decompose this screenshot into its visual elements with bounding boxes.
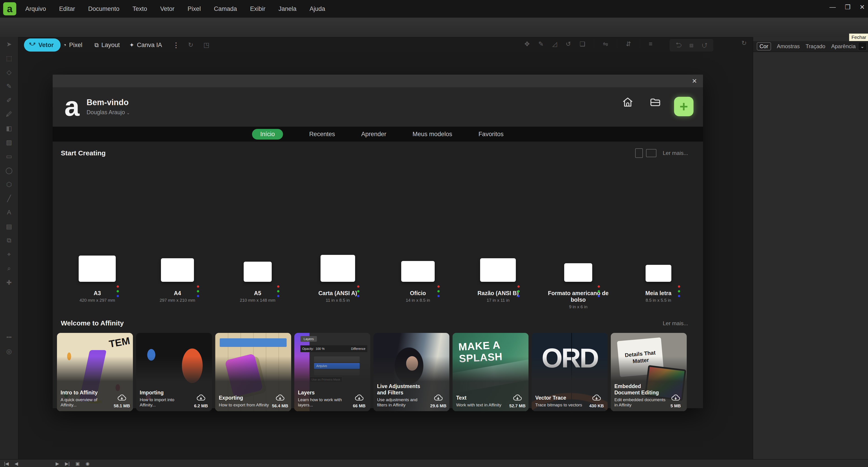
tab-tracado[interactable]: Traçado [806, 43, 825, 50]
first-page-icon[interactable]: |◀ [4, 461, 9, 466]
dialog-title: Bem-vindo [87, 98, 129, 107]
sync-icon[interactable]: ↻ [188, 41, 193, 49]
flip-vertical-icon[interactable]: ⇵ [626, 40, 631, 48]
fill-tool-icon[interactable]: ◧ [0, 121, 18, 135]
persona-canva-ia-button[interactable]: ✦ Canva IA [127, 38, 164, 52]
ellipse-tool-icon[interactable]: ◯ [0, 163, 18, 177]
pen-tool-icon[interactable]: ✎ [0, 79, 18, 93]
line-tool-icon[interactable]: ╱ [0, 191, 18, 205]
menu-pixel[interactable]: Pixel [188, 5, 201, 12]
transparency-tool-icon[interactable]: ▨ [0, 135, 18, 149]
tutorials-more-link[interactable]: Ler mais... [663, 320, 688, 326]
view-tool-icon[interactable]: ✚ [0, 275, 18, 289]
snap-icon[interactable]: ✥ [524, 40, 530, 48]
persona-vetor-button[interactable]: Vetor [24, 38, 61, 52]
next-page-icon[interactable]: ▶ [56, 461, 59, 466]
tab-amostras[interactable]: Amostras [777, 43, 800, 50]
polygon-tool-icon[interactable]: ⬡ [0, 177, 18, 191]
tab-aprender[interactable]: Aprender [361, 131, 386, 138]
preset-a5[interactable]: A5 210 mm x 148 mm [217, 250, 298, 310]
persona-pixel-button[interactable]: ◔ Pixel [61, 38, 85, 52]
preset-carta[interactable]: Carta (ANSI A) 11 in x 8.5 in [298, 250, 378, 310]
move-tool-icon[interactable]: ➤ [0, 37, 18, 51]
menu-editar[interactable]: Editar [59, 5, 75, 12]
corner-icon[interactable]: ◿ [552, 40, 557, 48]
more-tools-button[interactable]: ••• [0, 330, 18, 344]
close-window-icon[interactable]: ✕ [860, 3, 865, 11]
card-live-adjustments[interactable]: Live Adjustments and Filters Use adjustm… [373, 333, 450, 411]
new-document-button[interactable]: + [674, 97, 693, 116]
card-vector-trace[interactable]: ORD Vector Trace Trace bitmaps to vector… [532, 333, 608, 411]
node-tool-icon[interactable]: ◇ [0, 65, 18, 79]
color-panel-header: Cor Amostras Traçado Aparência ⌄ [753, 41, 868, 52]
last-page-icon[interactable]: ▶| [65, 461, 70, 466]
preset-a4[interactable]: A4 297 mm x 210 mm [137, 250, 218, 310]
preview-mode-icon[interactable]: ◉ [86, 461, 90, 466]
menu-vetor[interactable]: Vetor [160, 5, 175, 12]
presets-more-link[interactable]: Ler mais... [663, 150, 688, 156]
move-front-icon[interactable]: ⮍ [701, 41, 708, 49]
card-embedded-document-editing[interactable]: Details That Matter Embedded Document Ed… [611, 333, 687, 411]
frame-tool-icon[interactable]: ▤ [0, 220, 18, 233]
folder-icon[interactable] [649, 96, 661, 108]
duplicate-icon[interactable]: ❏ [580, 40, 585, 48]
tab-cor[interactable]: Cor [757, 42, 771, 51]
previous-page-icon[interactable]: ◀ [15, 461, 18, 466]
dialog-close-icon[interactable]: ✕ [692, 77, 697, 85]
artboard-tool-icon[interactable]: ⬚ [0, 51, 18, 65]
color-picker-tool-icon[interactable]: ⌖ [0, 247, 18, 261]
flip-horizontal-icon[interactable]: ⇋ [603, 40, 608, 48]
move-middle-icon[interactable]: ⧈ [689, 41, 693, 49]
account-selector[interactable]: Douglas Araujo ⌄ [87, 109, 130, 116]
pencil-tool-icon[interactable]: ✐ [0, 93, 18, 107]
landscape-toggle-icon[interactable] [646, 149, 656, 157]
portrait-toggle-icon[interactable] [635, 148, 643, 158]
account-name: Douglas Araujo [87, 109, 125, 115]
frame-icon[interactable]: ◳ [204, 41, 209, 49]
crop-tool-icon[interactable]: ⧉ [0, 233, 18, 247]
pen-settings-icon[interactable]: ✎ [538, 40, 544, 48]
align-icon[interactable]: ≡ [649, 40, 652, 48]
rotate-icon[interactable]: ↺ [565, 40, 571, 48]
menu-arquivo[interactable]: Arquivo [25, 5, 46, 12]
minimize-icon[interactable]: — [829, 3, 836, 11]
preset-name: A4 [174, 290, 181, 296]
menu-documento[interactable]: Documento [88, 5, 119, 12]
card-intro-to-affinity[interactable]: TEM Intro to Affinity A quick overview o… [57, 333, 133, 411]
tab-meus-modelos[interactable]: Meus modelos [412, 131, 452, 138]
menu-janela[interactable]: Janela [278, 5, 297, 12]
preset-dims: 11 in x 8.5 in [326, 298, 350, 303]
card-importing[interactable]: Importing How to import into Affinity...… [136, 333, 212, 411]
card-exporting[interactable]: Exporting How to export from Affinity 56… [215, 333, 291, 411]
tab-inicio[interactable]: Início [252, 129, 283, 140]
persona-overflow-menu-icon[interactable]: ⋮ [173, 41, 180, 49]
pixel-persona-icon: ◔ [63, 41, 66, 49]
tab-aparencia[interactable]: Aparência [831, 43, 856, 50]
home-icon[interactable] [622, 96, 633, 108]
tab-favoritos[interactable]: Favoritos [478, 131, 504, 138]
preset-formato-americano[interactable]: Formato americano de bolso 9 in x 6 in [538, 250, 618, 310]
preset-a3[interactable]: A3 420 mm x 297 mm [57, 250, 137, 310]
brush-tool-icon[interactable]: 🖉 [0, 107, 18, 121]
menu-texto[interactable]: Texto [132, 5, 147, 12]
rectangle-tool-icon[interactable]: ▭ [0, 149, 18, 163]
menu-exibir[interactable]: Exibir [250, 5, 266, 12]
tab-recentes[interactable]: Recentes [309, 131, 335, 138]
customize-tools-button[interactable]: ◎ [0, 344, 18, 358]
card-text[interactable]: MAKE A SPLASH Text Work with text in Aff… [453, 333, 528, 411]
preset-row: A3 420 mm x 297 mm A4 297 mm x 210 mm A5… [57, 250, 699, 310]
persona-layout-button[interactable]: ⧉ Layout [92, 38, 122, 52]
menu-ajuda[interactable]: Ajuda [309, 5, 325, 12]
preset-oficio[interactable]: Ofício 14 in x 8.5 in [378, 250, 458, 310]
preset-meia-letra[interactable]: Meia letra 8.5 in x 5.5 in [618, 250, 699, 310]
pages-view-icon[interactable]: ▣ [75, 461, 80, 466]
history-icon[interactable]: ↻ [741, 39, 747, 47]
card-layers[interactable]: Layers Opacity: 100 % Difference Arquivo… [294, 333, 370, 411]
text-tool-icon[interactable]: A [0, 205, 18, 220]
zoom-tool-icon[interactable]: ⌕ [0, 261, 18, 275]
collapse-panel-icon[interactable]: ⌄ [858, 42, 867, 51]
menu-camada[interactable]: Camada [214, 5, 237, 12]
move-back-icon[interactable]: ⮌ [675, 41, 682, 49]
restore-icon[interactable]: ❐ [845, 3, 850, 11]
preset-razao[interactable]: Razão (ANSI B) 17 in x 11 in [458, 250, 538, 310]
